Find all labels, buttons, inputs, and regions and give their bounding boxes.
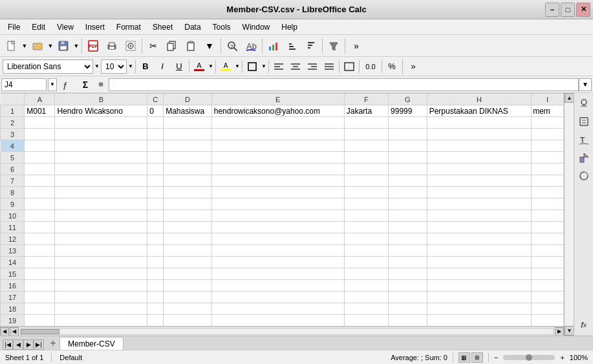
right-tool-3[interactable]: T [576, 132, 592, 147]
cell-D11[interactable] [164, 222, 212, 233]
cell-E7[interactable] [211, 175, 344, 187]
cell-A4[interactable] [25, 140, 55, 152]
col-header-i[interactable]: I [532, 94, 564, 105]
cell-I7[interactable] [532, 175, 564, 187]
row-header-17[interactable]: 17 [1, 292, 25, 303]
paste-dropdown[interactable]: ▼ [200, 37, 219, 55]
cell-B17[interactable] [55, 292, 147, 303]
align-right-button[interactable] [305, 59, 320, 74]
formula-expand-button[interactable]: ▼ [579, 78, 592, 91]
row-header-14[interactable]: 14 [1, 257, 25, 268]
menu-item-view[interactable]: View [52, 21, 79, 33]
cell-I13[interactable] [532, 245, 564, 257]
cell-D9[interactable] [164, 198, 212, 210]
cell-D1[interactable]: Mahasiswa [164, 105, 212, 117]
cell-B7[interactable] [55, 175, 147, 187]
cell-B13[interactable] [55, 245, 147, 257]
cell-F18[interactable] [344, 303, 388, 315]
cell-A5[interactable] [25, 152, 55, 164]
col-header-c[interactable]: C [147, 94, 164, 105]
cell-F1[interactable]: Jakarta [344, 105, 388, 117]
cell-B1[interactable]: Hendro Wicaksono [55, 105, 147, 117]
cell-D14[interactable] [164, 257, 212, 268]
cell-I11[interactable] [532, 222, 564, 233]
cell-C3[interactable] [147, 129, 164, 140]
row-header-12[interactable]: 12 [1, 233, 25, 245]
sort-desc-button[interactable] [302, 37, 320, 55]
formula-input[interactable] [109, 78, 579, 91]
open-button[interactable] [28, 37, 47, 55]
cell-G1[interactable]: 99999 [389, 105, 427, 117]
col-header-h[interactable]: H [427, 94, 532, 105]
cell-E10[interactable] [211, 210, 344, 222]
cell-C12[interactable] [147, 233, 164, 245]
cell-I18[interactable] [532, 303, 564, 315]
menu-item-sheet[interactable]: Sheet [147, 21, 178, 33]
vertical-scrollbar[interactable]: ▲ ▼ [564, 93, 574, 336]
cell-C10[interactable] [147, 210, 164, 222]
col-header-g[interactable]: G [389, 94, 427, 105]
cell-C19[interactable] [147, 315, 164, 327]
zoom-thumb[interactable] [526, 354, 532, 361]
cell-E11[interactable] [211, 222, 344, 233]
right-tool-fx[interactable]: fx [576, 317, 592, 333]
size-dropdown[interactable]: ▼ [128, 58, 133, 76]
cell-I14[interactable] [532, 257, 564, 268]
cell-G18[interactable] [389, 303, 427, 315]
zoom-minus[interactable]: − [494, 354, 498, 361]
cell-C1[interactable]: 0 [147, 105, 164, 117]
cell-H1[interactable]: Perpustakaan DIKNAS [427, 105, 532, 117]
cell-F15[interactable] [344, 268, 388, 280]
cell-C6[interactable] [147, 164, 164, 175]
cell-C5[interactable] [147, 152, 164, 164]
right-tool-2[interactable] [576, 114, 592, 129]
cell-A19[interactable] [25, 315, 55, 327]
font-select[interactable]: Liberation Sans [3, 59, 93, 74]
cell-H13[interactable] [427, 245, 532, 257]
row-header-9[interactable]: 9 [1, 198, 25, 210]
cell-B11[interactable] [55, 222, 147, 233]
cell-C17[interactable] [147, 292, 164, 303]
cell-I9[interactable] [532, 198, 564, 210]
spelcheck-button[interactable]: Abc [242, 37, 260, 55]
align-left-button[interactable] [271, 59, 286, 74]
cell-A11[interactable] [25, 222, 55, 233]
cell-F14[interactable] [344, 257, 388, 268]
merge-button[interactable] [341, 59, 357, 74]
cell-G5[interactable] [389, 152, 427, 164]
cell-D6[interactable] [164, 164, 212, 175]
cell-E18[interactable] [211, 303, 344, 315]
cell-C4[interactable] [147, 140, 164, 152]
number-format-button[interactable]: 0.0 [361, 59, 380, 74]
close-button[interactable]: ✕ [576, 3, 590, 17]
preview-button[interactable] [122, 37, 140, 55]
row-header-5[interactable]: 5 [1, 152, 25, 164]
cell-A14[interactable] [25, 257, 55, 268]
cell-H10[interactable] [427, 210, 532, 222]
scroll-up-button[interactable]: ▲ [565, 93, 574, 103]
autofilter-button[interactable] [325, 37, 343, 55]
cell-I6[interactable] [532, 164, 564, 175]
zoom-slider[interactable] [503, 355, 555, 360]
right-tool-4[interactable] [576, 150, 592, 166]
row-header-13[interactable]: 13 [1, 245, 25, 257]
cell-B8[interactable] [55, 187, 147, 198]
cell-I8[interactable] [532, 187, 564, 198]
zoom-plus[interactable]: + [560, 354, 564, 361]
cell-F4[interactable] [344, 140, 388, 152]
cell-E14[interactable] [211, 257, 344, 268]
cell-G4[interactable] [389, 140, 427, 152]
cell-F11[interactable] [344, 222, 388, 233]
cell-F8[interactable] [344, 187, 388, 198]
cell-H18[interactable] [427, 303, 532, 315]
border-button[interactable] [244, 59, 260, 74]
col-header-b[interactable]: B [55, 94, 147, 105]
find-button[interactable]: ? [223, 37, 241, 55]
cell-F5[interactable] [344, 152, 388, 164]
percent-button[interactable]: % [384, 59, 400, 74]
row-header-8[interactable]: 8 [1, 187, 25, 198]
cell-H11[interactable] [427, 222, 532, 233]
cell-D13[interactable] [164, 245, 212, 257]
menu-item-format[interactable]: Format [111, 21, 146, 33]
horizontal-scrollbar[interactable]: ◀ ◀ ▶ [0, 327, 564, 336]
